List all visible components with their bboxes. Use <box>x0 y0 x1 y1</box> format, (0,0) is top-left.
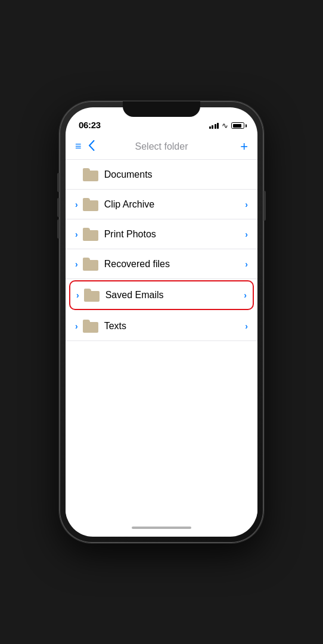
nav-chevron-saved-emails: › <box>244 290 247 300</box>
folder-icon-print-photos <box>83 228 98 241</box>
expand-chevron-texts: › <box>75 321 78 331</box>
folder-item-clip-archive[interactable]: › Clip Archive › <box>66 190 257 219</box>
nav-bar: ≡ Select folder + <box>66 134 257 160</box>
folder-name-recovered-files: Recovered files <box>104 259 246 270</box>
home-indicator <box>66 519 257 537</box>
signal-icon <box>209 123 219 129</box>
status-time: 06:23 <box>79 120 101 130</box>
expand-chevron-print-photos: › <box>75 230 78 239</box>
folder-item-recovered-files[interactable]: › Recovered files › <box>66 249 257 279</box>
battery-fill <box>233 124 241 128</box>
home-bar <box>132 527 191 529</box>
folder-name-texts: Texts <box>104 321 246 332</box>
phone-screen: 06:23 ∿ ≡ <box>66 107 257 537</box>
nav-chevron-recovered-files: › <box>245 259 248 269</box>
folder-icon-saved-emails <box>84 289 100 302</box>
expand-chevron-recovered-files: › <box>75 259 78 269</box>
folder-icon-clip-archive <box>83 198 98 211</box>
notch <box>123 101 200 117</box>
phone-frame: 06:23 ∿ ≡ <box>60 101 263 543</box>
folder-icon-recovered-files <box>83 258 98 271</box>
expand-chevron-clip-archive: › <box>75 200 78 209</box>
hamburger-button[interactable]: ≡ <box>75 140 82 153</box>
add-button[interactable]: + <box>240 139 248 154</box>
folder-icon-texts <box>83 320 98 333</box>
nav-chevron-clip-archive: › <box>245 200 248 209</box>
nav-chevron-texts: › <box>245 321 248 331</box>
folder-name-documents: Documents <box>104 169 248 180</box>
folder-list: › Documents › Clip Archive › › Print Pho… <box>66 160 257 519</box>
folder-icon-documents <box>83 168 98 181</box>
status-icons: ∿ <box>209 121 245 130</box>
nav-chevron-print-photos: › <box>245 230 248 239</box>
nav-left: ≡ <box>75 139 95 154</box>
folder-name-print-photos: Print Photos <box>104 229 246 240</box>
folder-item-print-photos[interactable]: › Print Photos › <box>66 219 257 249</box>
back-button[interactable] <box>89 139 95 154</box>
folder-item-documents[interactable]: › Documents <box>66 160 257 190</box>
wifi-icon: ∿ <box>222 121 228 130</box>
folder-item-texts[interactable]: › Texts › <box>66 311 257 341</box>
nav-title: Select folder <box>135 141 188 152</box>
battery-icon <box>231 122 244 129</box>
folder-item-saved-emails[interactable]: › Saved Emails › <box>69 280 254 310</box>
folder-name-saved-emails: Saved Emails <box>105 290 244 301</box>
folder-name-clip-archive: Clip Archive <box>104 199 246 210</box>
expand-chevron-saved-emails: › <box>76 290 79 300</box>
